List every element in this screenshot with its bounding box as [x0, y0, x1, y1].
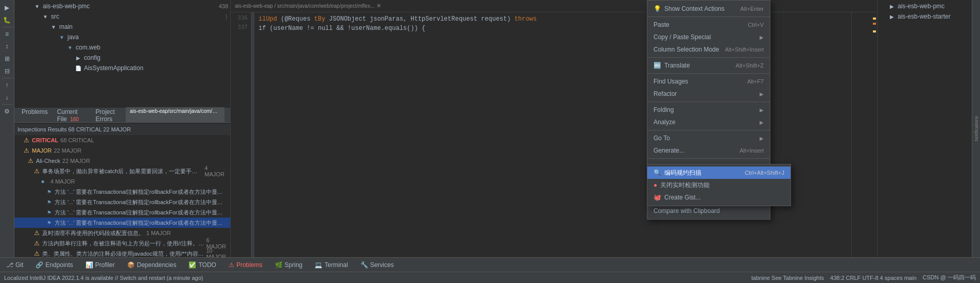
- tree-item-main[interactable]: ▼ main: [14, 22, 230, 32]
- tree-item-src[interactable]: ▼ src }: [14, 11, 230, 22]
- translate-icon: 🔤: [654, 62, 661, 69]
- menu-refactor[interactable]: Refactor ▶: [647, 88, 770, 100]
- menu-find-usages[interactable]: Find Usages Alt+F7: [647, 75, 770, 88]
- arrow-icon: ▶: [760, 136, 764, 141]
- code-text: (@Reques: [281, 15, 311, 23]
- bottom-todo[interactable]: ✅ TODO: [186, 260, 218, 270]
- down-button[interactable]: ↓: [2, 92, 13, 103]
- tree-item-ais-system-app[interactable]: 📄 AisSystemApplication: [14, 63, 230, 73]
- center-area: ais-esb-web-eap / src/main/java/com/web/…: [231, 0, 877, 257]
- menu-goto[interactable]: Go To ▶: [647, 132, 770, 144]
- editor-area: 336 337 ilUpd (@Reques tBy JSONObject js…: [231, 12, 877, 257]
- status-right: tabnine See Tabnine Insights 438:2 CRLF …: [751, 274, 976, 281]
- issue-group-indicator[interactable]: ● 4 MAJOR: [14, 176, 230, 187]
- tree-label: ais-esb-web-pmc: [43, 3, 90, 10]
- arrow-icon: ▶: [760, 120, 764, 125]
- tree-label: main: [59, 23, 73, 30]
- menu-folding[interactable]: Folding ▶: [647, 104, 770, 116]
- module-icon: ▼: [33, 2, 41, 10]
- issue-count: 68 CRITICAL: [60, 137, 94, 143]
- up-button[interactable]: ↑: [2, 79, 13, 91]
- breadcrumb-close[interactable]: ✕: [376, 3, 381, 9]
- issue-transaction-group[interactable]: ⚠ 事务场景中，抛出异常被catch后，如果需要回滚，一定要手动回滚事务。 4 …: [14, 166, 230, 176]
- status-bar: Localized IntelliJ IDEA 2022.1.4 is avai…: [0, 272, 980, 283]
- bottom-services[interactable]: 🔧 Services: [358, 260, 396, 270]
- expand-button[interactable]: ⊞: [2, 53, 13, 64]
- minimap-highlight-2: [873, 23, 876, 25]
- minimap-highlight-3: [873, 30, 876, 32]
- code-keyword: ilUpd: [259, 15, 277, 23]
- tree-item-ais-esb-web-pmc[interactable]: ▼ ais-esb-web-pmc 438: [14, 1, 230, 11]
- bottom-git[interactable]: ⎇ Git: [4, 260, 25, 270]
- tabnine-status[interactable]: tabnine See Tabnine Insights: [751, 275, 824, 281]
- branch-info: CSDN @ 一码四一码: [923, 274, 976, 281]
- run-button[interactable]: ▶: [2, 2, 13, 13]
- tab-current-file[interactable]: Current File 160: [53, 107, 91, 124]
- problems-label: Problems: [236, 261, 263, 269]
- issue-text: CRITICAL: [32, 137, 58, 143]
- tab-file-path[interactable]: ais-esb-web-eap/src/main/java/com/web/ea…: [126, 107, 225, 124]
- submenu-code-inspection[interactable]: 🔍 编码规约扫描 Ctrl+Alt+Shift+J: [647, 167, 790, 179]
- bottom-dependencies[interactable]: 📦 Dependencies: [125, 260, 179, 270]
- debug-button[interactable]: 🐛: [2, 14, 13, 26]
- minimap: [851, 12, 877, 257]
- issue-critical[interactable]: ⚠ CRITICAL 68 CRITICAL: [14, 135, 230, 145]
- bottom-profiler[interactable]: 📊 Profiler: [83, 260, 117, 270]
- right-tree-item-starter[interactable]: ▶ ais-esb-web-starter: [878, 11, 980, 22]
- issue-text: 类、类属性、类方法的注释必须使用javadoc规范，使用/**内容*/格式，不得…: [42, 250, 204, 258]
- format-button[interactable]: ≡: [2, 28, 13, 40]
- menu-column-selection[interactable]: Column Selection Mode Alt+Shift+Insert: [647, 43, 770, 56]
- collapse-button[interactable]: ⊟: [2, 65, 13, 77]
- bottom-problems[interactable]: ⚠ Problems: [227, 260, 265, 270]
- submenu-create-gist[interactable]: 🐙 Create Gist...: [647, 191, 790, 204]
- issue-ali-check[interactable]: ⚠ Ali-Check 22 MAJOR: [14, 156, 230, 166]
- menu-compare-clipboard[interactable]: Compare with Clipboard: [647, 205, 770, 217]
- bottom-terminal[interactable]: 💻 Terminal: [313, 260, 350, 270]
- gist-label: Create Gist...: [664, 194, 701, 201]
- issue-javadoc[interactable]: ⚠ 类、类属性、类方法的注释必须使用javadoc规范，使用/**内容*/格式，…: [14, 248, 230, 257]
- tree-item-comweb[interactable]: ▼ com.web: [14, 42, 230, 53]
- right-tree-item-pmc[interactable]: ▶ ais-esb-web-pmc: [878, 1, 980, 11]
- tab-project-errors[interactable]: Project Errors: [91, 107, 125, 124]
- submenu-disable-realtime[interactable]: ● 关闭实时检测功能: [647, 179, 790, 191]
- bottom-endpoints[interactable]: 🔗 Endpoints: [33, 260, 75, 270]
- tree-item-config[interactable]: ▶ config: [14, 53, 230, 63]
- settings-button[interactable]: ⚙: [2, 106, 13, 117]
- problems-content: Inspections Results 68 CRITICAL 22 MAJOR…: [14, 123, 230, 257]
- warning-icon: ⚠: [33, 240, 40, 247]
- menu-analyze[interactable]: Analyze ▶: [647, 116, 770, 128]
- code-text: if (userName != null && !userName.equals…: [259, 25, 410, 32]
- issue-cleanup[interactable]: ⚠ 及时清理不再使用的代码段或配置信息。 1 MAJOR: [14, 228, 230, 238]
- menu-paste[interactable]: Paste Ctrl+V: [647, 19, 770, 31]
- issue-line-329[interactable]: ⚑ 方法 '...' 需要在Transactional注解指定rollbackF…: [14, 218, 230, 228]
- issue-text: 及时清理不再使用的代码段或配置信息。: [42, 229, 144, 237]
- notifications-panel[interactable]: Notifications: [972, 0, 980, 257]
- menu-copy-paste-special[interactable]: Copy / Paste Special ▶: [647, 31, 770, 43]
- tree-label: ais-esb-web-pmc: [898, 3, 944, 10]
- menu-translate[interactable]: 🔤 Translate Alt+Shift+Z: [647, 59, 770, 72]
- issue-text: Ali-Check: [36, 158, 60, 164]
- tree-item-java[interactable]: ▼ java: [14, 32, 230, 42]
- tab-problems[interactable]: Problems: [18, 107, 52, 124]
- issue-line-236[interactable]: ⚑ 方法 '...' 需要在Transactional注解指定rollbackF…: [14, 207, 230, 218]
- arrow-icon: ▶: [760, 107, 764, 113]
- menu-show-context-actions[interactable]: 💡 Show Context Actions Alt+Enter: [647, 3, 770, 15]
- issue-major[interactable]: ⚠ MAJOR 22 MAJOR: [14, 145, 230, 156]
- folder-icon: ▶: [74, 54, 82, 62]
- sort-button[interactable]: ↕: [2, 41, 13, 52]
- menu-generate[interactable]: Generate... Alt+Insert: [647, 144, 770, 157]
- bottom-spring[interactable]: 🌿 Spring: [273, 260, 305, 270]
- issue-line-194[interactable]: ⚑ 方法 '...' 需要在Transactional注解指定rollbackF…: [14, 197, 230, 207]
- issue-line-138[interactable]: ⚑ 方法 '...' 需要在Transactional注解指定rollbackF…: [14, 187, 230, 197]
- bottom-bar: ⎇ Git 🔗 Endpoints 📊 Profiler 📦 Dependenc…: [0, 257, 980, 272]
- issue-comment-format[interactable]: ⚠ 方法内部单行注释，在被注释语句上方另起一行，使用//注释。方法内部多行注释使…: [14, 238, 230, 248]
- issue-text: 方法 '...' 需要在Transactional注解指定rollbackFor…: [55, 219, 226, 227]
- issue-count: 22 MAJOR: [62, 158, 90, 164]
- right-panel: ▶ ais-esb-web-pmc ▶ ais-esb-web-starter …: [877, 0, 980, 257]
- tree-label: ais-esb-web-starter: [898, 13, 951, 20]
- info-icon: ⚑: [45, 209, 53, 216]
- separator-3: [2, 104, 12, 105]
- endpoints-icon: 🔗: [36, 261, 43, 269]
- tree-label: config: [84, 54, 100, 61]
- menu-separator-5: [647, 130, 770, 130]
